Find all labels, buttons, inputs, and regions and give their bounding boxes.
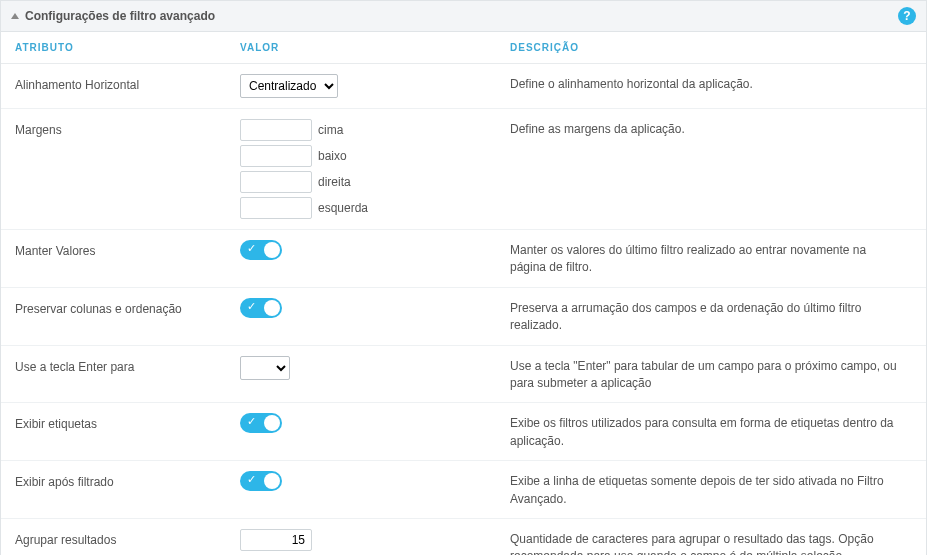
advanced-filter-settings-panel: Configurações de filtro avançado ? ATRIB… (0, 0, 927, 555)
select-enter-key[interactable] (240, 356, 290, 380)
label-keep-values: Manter Valores (15, 240, 240, 258)
panel-title: Configurações de filtro avançado (25, 9, 215, 23)
row-keep-values: Manter Valores Manter os valores do últi… (1, 230, 926, 288)
desc-show-tags: Exibe os filtros utilizados para consult… (510, 413, 912, 450)
input-margin-bottom[interactable] (240, 145, 312, 167)
desc-preserve-columns: Preserva a arrumação dos campos e da ord… (510, 298, 912, 335)
desc-enter-key: Use a tecla "Enter" para tabular de um c… (510, 356, 912, 393)
row-preserve-columns: Preservar colunas e ordenação Preserva a… (1, 288, 926, 346)
toggle-preserve-columns[interactable] (240, 298, 282, 318)
desc-horizontal-alignment: Define o alinhamento horizontal da aplic… (510, 74, 912, 93)
toggle-keep-values[interactable] (240, 240, 282, 260)
column-headers: ATRIBUTO VALOR DESCRIÇÃO (1, 32, 926, 64)
label-margin-top: cima (318, 123, 343, 137)
panel-header: Configurações de filtro avançado ? (1, 1, 926, 32)
help-icon[interactable]: ? (898, 7, 916, 25)
label-margin-right: direita (318, 175, 351, 189)
toggle-show-after-filter[interactable] (240, 471, 282, 491)
column-header-value: VALOR (240, 42, 510, 53)
input-group-results[interactable] (240, 529, 312, 551)
label-group-results: Agrupar resultados (15, 529, 240, 547)
label-show-tags: Exibir etiquetas (15, 413, 240, 431)
desc-show-after-filter: Exibe a linha de etiquetas somente depoi… (510, 471, 912, 508)
desc-keep-values: Manter os valores do último filtro reali… (510, 240, 912, 277)
desc-margins: Define as margens da aplicação. (510, 119, 912, 138)
row-show-tags: Exibir etiquetas Exibe os filtros utiliz… (1, 403, 926, 461)
collapse-icon[interactable] (11, 13, 19, 19)
column-header-attribute: ATRIBUTO (15, 42, 240, 53)
panel-header-left: Configurações de filtro avançado (11, 9, 215, 23)
label-enter-key: Use a tecla Enter para (15, 356, 240, 374)
label-margin-bottom: baixo (318, 149, 347, 163)
label-show-after-filter: Exibir após filtrado (15, 471, 240, 489)
input-margin-top[interactable] (240, 119, 312, 141)
toggle-show-tags[interactable] (240, 413, 282, 433)
column-header-description: DESCRIÇÃO (510, 42, 912, 53)
row-enter-key: Use a tecla Enter para Use a tecla "Ente… (1, 346, 926, 404)
row-group-results: Agrupar resultados Quantidade de caracte… (1, 519, 926, 555)
row-show-after-filter: Exibir após filtrado Exibe a linha de et… (1, 461, 926, 519)
input-margin-left[interactable] (240, 197, 312, 219)
label-preserve-columns: Preservar colunas e ordenação (15, 298, 240, 316)
row-horizontal-alignment: Alinhamento Horizontal Centralizado Defi… (1, 64, 926, 109)
desc-group-results: Quantidade de caracteres para agrupar o … (510, 529, 912, 555)
margin-group: cima baixo direita esquerda (240, 119, 510, 219)
label-margins: Margens (15, 119, 240, 137)
row-margins: Margens cima baixo direita esquerda (1, 109, 926, 230)
label-margin-left: esquerda (318, 201, 368, 215)
input-margin-right[interactable] (240, 171, 312, 193)
label-horizontal-alignment: Alinhamento Horizontal (15, 74, 240, 92)
select-horizontal-alignment[interactable]: Centralizado (240, 74, 338, 98)
